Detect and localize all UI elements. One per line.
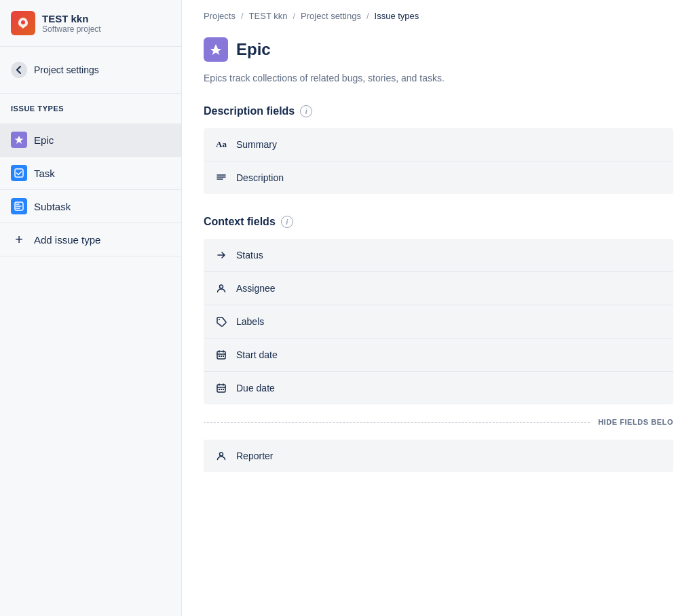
- project-settings-label: Project settings: [34, 64, 99, 75]
- task-icon: [11, 165, 27, 181]
- svg-point-3: [220, 285, 223, 288]
- svg-point-0: [21, 20, 25, 24]
- task-label: Task: [34, 168, 55, 179]
- issue-types-section: Issue types: [0, 94, 181, 123]
- back-icon: [11, 62, 27, 78]
- svg-point-13: [220, 453, 223, 456]
- breadcrumb-sep-3: /: [367, 11, 369, 21]
- page-description: Epics track collections of related bugs,…: [204, 73, 673, 83]
- breadcrumb-sep-1: /: [241, 11, 244, 21]
- page-header: Epic: [204, 37, 673, 62]
- subtask-label: Subtask: [34, 201, 71, 212]
- add-issue-type-label: Add issue type: [34, 234, 100, 246]
- epic-page-icon: [204, 37, 228, 62]
- description-icon: [214, 171, 228, 185]
- context-fields-list: Status Assignee: [204, 239, 673, 404]
- status-label: Status: [236, 250, 263, 261]
- start-date-label: Start date: [236, 349, 278, 360]
- summary-icon: Aa: [214, 138, 228, 151]
- summary-field[interactable]: Aa Summary: [204, 128, 673, 161]
- description-fields-list: Aa Summary Description: [204, 128, 673, 194]
- project-settings-nav[interactable]: Project settings: [0, 55, 181, 85]
- breadcrumb-projects[interactable]: Projects: [204, 11, 236, 21]
- due-date-field[interactable]: Due date: [204, 372, 673, 404]
- epic-label: Epic: [34, 134, 54, 146]
- context-fields-section: Context fields i Status: [204, 216, 673, 472]
- issue-type-epic[interactable]: Epic: [0, 123, 181, 157]
- breadcrumb-project-name[interactable]: TEST kkn: [249, 11, 288, 21]
- svg-rect-11: [221, 389, 222, 390]
- reporter-icon: [214, 449, 228, 463]
- divider-left: [204, 422, 590, 423]
- plus-icon: +: [11, 231, 27, 248]
- add-issue-type-button[interactable]: + Add issue type: [0, 223, 181, 256]
- due-date-icon: [214, 381, 228, 395]
- main-content: Projects / TEST kkn / Project settings /…: [182, 0, 695, 616]
- assignee-icon: [214, 282, 228, 295]
- context-fields-info-icon[interactable]: i: [281, 216, 293, 228]
- breadcrumb: Projects / TEST kkn / Project settings /…: [182, 0, 695, 32]
- svg-rect-5: [217, 351, 225, 359]
- description-fields-header: Description fields i: [204, 105, 673, 117]
- svg-rect-6: [219, 355, 220, 357]
- description-fields-info-icon[interactable]: i: [300, 105, 312, 117]
- context-fields-title: Context fields: [204, 216, 276, 228]
- issue-types-section-label: Issue types: [11, 104, 170, 113]
- epic-icon: [11, 132, 27, 148]
- status-icon: [214, 248, 228, 262]
- reporter-field[interactable]: Reporter: [204, 440, 673, 472]
- summary-label: Summary: [236, 139, 277, 150]
- svg-point-4: [219, 319, 220, 320]
- issue-type-task[interactable]: Task: [0, 157, 181, 190]
- labels-icon: [214, 315, 228, 328]
- description-fields-section: Description fields i Aa Summary Descript…: [204, 105, 673, 194]
- context-fields-header: Context fields i: [204, 216, 673, 228]
- description-label: Description: [236, 172, 284, 183]
- assignee-field[interactable]: Assignee: [204, 272, 673, 305]
- hide-fields-label[interactable]: HIDE FIELDS BELO: [598, 418, 673, 426]
- svg-rect-9: [217, 385, 225, 392]
- labels-label: Labels: [236, 316, 264, 327]
- project-name: TEST kkn: [42, 13, 101, 24]
- description-fields-title: Description fields: [204, 105, 295, 117]
- issue-type-subtask[interactable]: Subtask: [0, 190, 181, 223]
- svg-rect-12: [223, 389, 224, 390]
- labels-field[interactable]: Labels: [204, 305, 673, 339]
- breadcrumb-issue-types: Issue types: [375, 11, 419, 21]
- hide-fields-divider: HIDE FIELDS BELO: [204, 410, 673, 434]
- description-field[interactable]: Description: [204, 161, 673, 194]
- start-date-icon: [214, 348, 228, 362]
- sidebar-nav: Project settings: [0, 47, 181, 94]
- svg-rect-8: [223, 355, 224, 357]
- breadcrumb-settings[interactable]: Project settings: [301, 11, 361, 21]
- sidebar: TEST kkn Software project Project settin…: [0, 0, 182, 616]
- reporter-label: Reporter: [236, 450, 273, 461]
- svg-rect-10: [219, 389, 220, 390]
- breadcrumb-sep-2: /: [293, 11, 295, 21]
- project-logo: [11, 11, 35, 35]
- sidebar-header: TEST kkn Software project: [0, 0, 181, 47]
- project-type: Software project: [42, 24, 101, 34]
- svg-rect-7: [221, 355, 222, 357]
- page-title: Epic: [236, 40, 271, 59]
- status-field[interactable]: Status: [204, 239, 673, 272]
- due-date-label: Due date: [236, 383, 275, 393]
- content-area: Epic Epics track collections of related …: [182, 32, 695, 516]
- start-date-field[interactable]: Start date: [204, 339, 673, 372]
- subtask-icon: [11, 198, 27, 214]
- assignee-label: Assignee: [236, 283, 276, 294]
- project-info: TEST kkn Software project: [42, 13, 101, 34]
